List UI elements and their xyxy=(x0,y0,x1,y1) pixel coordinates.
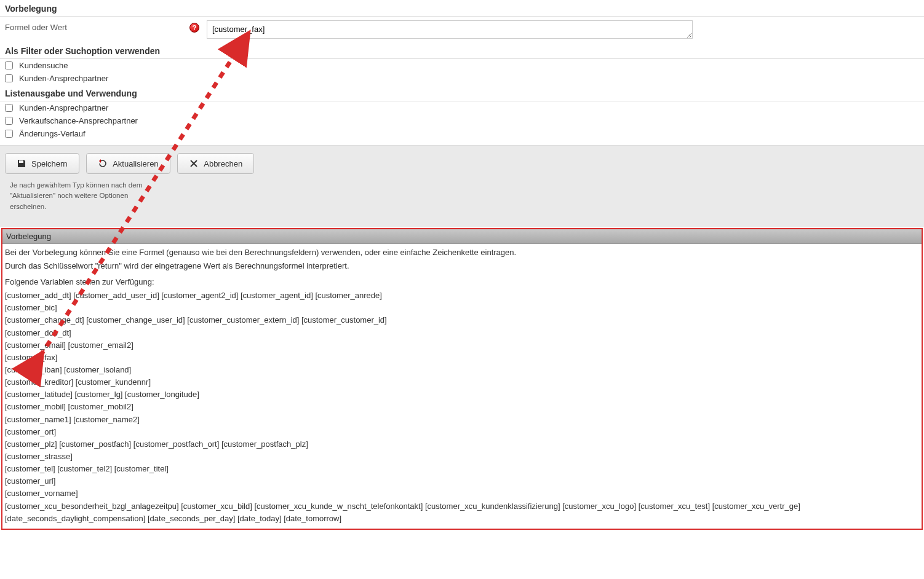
cancel-button[interactable]: Abbrechen xyxy=(177,153,254,174)
help-panel-title: Vorbelegung xyxy=(2,229,922,244)
checkbox-kunden-ansprechpartner-out-label: Kunden-Ansprechpartner xyxy=(19,103,108,112)
hint-text: Je nach gewähltem Typ können nach dem "A… xyxy=(5,174,165,219)
help-vars-label: Folgende Variablen stehen zur Verfügung: xyxy=(5,276,919,288)
refresh-icon xyxy=(98,159,108,168)
save-button[interactable]: Speichern xyxy=(5,153,79,174)
checkbox-verkaufschance-ansprechpartner[interactable] xyxy=(5,117,13,125)
variable-line: [customer_plz] [customer_postfach] [cust… xyxy=(5,438,919,451)
variable-line: [customer_strasse] xyxy=(5,451,919,463)
checkbox-aenderungs-verlauf-label: Änderungs-Verlauf xyxy=(19,129,86,138)
variable-line: [customer_vorname] xyxy=(5,487,919,500)
refresh-button[interactable]: Aktualisieren xyxy=(86,153,170,174)
checkbox-kundensuche-label: Kundensuche xyxy=(19,61,68,70)
variable-line: [customer_iban] [customer_isoland] xyxy=(5,364,919,376)
variable-line: [customer_change_dt] [customer_change_us… xyxy=(5,314,919,326)
variable-line: [customer_bic] xyxy=(5,302,919,314)
save-button-label: Speichern xyxy=(31,159,68,168)
formula-label: Formel oder Wert xyxy=(5,20,189,32)
variable-line: [customer_name1] [customer_name2] xyxy=(5,414,919,426)
formula-row: Formel oder Wert ? xyxy=(0,17,924,42)
variable-line: [customer_xcu_besonderheit_bzgl_anlageze… xyxy=(5,500,919,513)
svg-rect-0 xyxy=(22,160,23,162)
help-icon[interactable]: ? xyxy=(189,23,199,33)
variable-line: [customer_url] xyxy=(5,475,919,487)
button-bar: Speichern Aktualisieren Abbrechen Je nac… xyxy=(0,145,924,227)
variable-line: [customer_fax] xyxy=(5,352,919,364)
save-icon xyxy=(17,159,26,168)
formula-input[interactable] xyxy=(207,20,693,39)
variable-line: [customer_dob_dt] xyxy=(5,327,919,339)
checkbox-verkaufschance-ansprechpartner-label: Verkaufschance-Ansprechpartner xyxy=(19,116,138,125)
help-panel: Vorbelegung Bei der Vorbelegung können S… xyxy=(1,228,923,530)
section-vorbelegung-title: Vorbelegung xyxy=(0,0,924,17)
variable-line: [date_seconds_daylight_compensation] [da… xyxy=(5,513,919,525)
variable-line: [customer_ort] xyxy=(5,426,919,438)
checkbox-kunden-ansprechpartner-out[interactable] xyxy=(5,104,13,112)
checkbox-kunden-ansprechpartner-filter-label: Kunden-Ansprechpartner xyxy=(19,74,108,83)
variable-line: [customer_tel] [customer_tel2] [customer… xyxy=(5,463,919,475)
cancel-button-label: Abbrechen xyxy=(204,159,242,168)
section-output-title: Listenausgabe und Verwendung xyxy=(0,85,924,101)
help-intro-1: Bei der Vorbelegung können Sie eine Form… xyxy=(5,246,919,259)
close-icon xyxy=(189,159,199,168)
checkbox-kunden-ansprechpartner-filter[interactable] xyxy=(5,74,13,82)
variable-line: [customer_mobil] [customer_mobil2] xyxy=(5,401,919,413)
variable-line: [customer_latitude] [customer_lg] [custo… xyxy=(5,388,919,401)
section-filter-title: Als Filter oder Suchoption verwenden xyxy=(0,42,924,59)
help-intro-2: Durch das Schlüsselwort "return" wird de… xyxy=(5,260,919,272)
checkbox-kundensuche[interactable] xyxy=(5,61,13,69)
refresh-button-label: Aktualisieren xyxy=(113,159,158,168)
variable-line: [customer_email] [customer_email2] xyxy=(5,339,919,352)
help-panel-body: Bei der Vorbelegung können Sie eine Form… xyxy=(2,244,922,529)
variable-line: [customer_add_dt] [customer_add_user_id]… xyxy=(5,290,919,302)
variable-line: [customer_kreditor] [customer_kundennr] xyxy=(5,376,919,388)
checkbox-aenderungs-verlauf[interactable] xyxy=(5,130,13,138)
